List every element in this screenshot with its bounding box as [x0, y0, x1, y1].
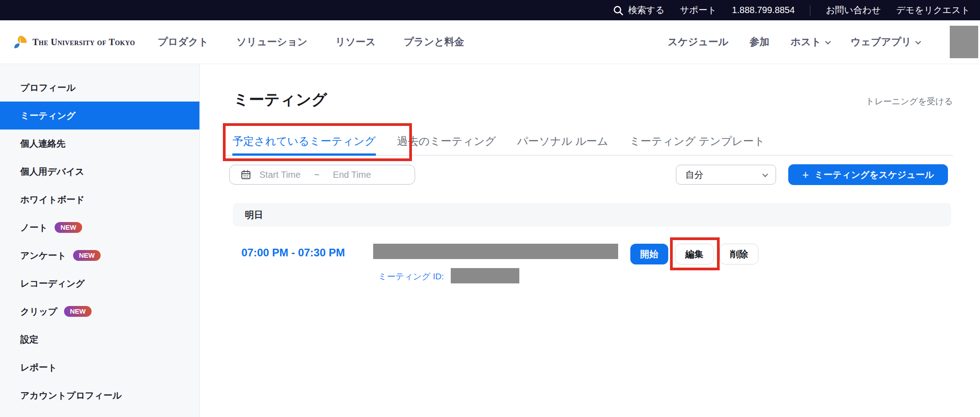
- university-logo[interactable]: The University of Tokyo: [13, 35, 135, 49]
- main-content: ミーティング トレーニングを受ける 予定されているミーティング 過去のミーティン…: [200, 64, 980, 417]
- sidebar-item-meetings[interactable]: ミーティング: [0, 102, 199, 130]
- delete-meeting-button[interactable]: 削除: [720, 244, 758, 264]
- sidebar-item-notes[interactable]: ノート NEW: [0, 213, 199, 241]
- request-demo-link[interactable]: デモをリクエスト: [896, 4, 970, 16]
- nav-solutions[interactable]: ソリューション: [236, 35, 307, 49]
- sidebar-item-clips[interactable]: クリップ NEW: [0, 297, 199, 325]
- tab-meeting-templates[interactable]: ミーティング テンプレート: [629, 134, 765, 156]
- meeting-time-range: 07:00 PM - 07:30 PM: [241, 246, 345, 259]
- start-meeting-button[interactable]: 開始: [630, 244, 668, 264]
- navbar: The University of Tokyo プロダクト ソリューション リソ…: [0, 20, 980, 64]
- primary-nav: プロダクト ソリューション リソース プランと料金: [158, 35, 464, 49]
- sidebar-item-personal-contacts[interactable]: 個人連絡先: [0, 130, 199, 158]
- sidebar-item-account-profile[interactable]: アカウントプロフィール: [0, 381, 199, 409]
- range-separator: ~: [314, 170, 319, 180]
- new-badge: NEW: [64, 306, 92, 317]
- nav-host-menu[interactable]: ホスト: [790, 35, 829, 49]
- ginkgo-leaf-icon: [13, 35, 28, 49]
- secondary-nav: スケジュール 参加 ホスト ウェブアプリ: [668, 26, 980, 58]
- calendar-icon: [240, 169, 251, 180]
- meetings-tabs: 予定されているミーティング 過去のミーティング パーソナル ルーム ミーティング…: [232, 134, 765, 156]
- topbar-divider: [810, 5, 810, 16]
- sidebar-item-settings[interactable]: 設定: [0, 325, 199, 353]
- tab-upcoming-meetings[interactable]: 予定されているミーティング: [232, 134, 376, 156]
- new-badge: NEW: [55, 222, 82, 233]
- nav-products[interactable]: プロダクト: [158, 35, 209, 49]
- host-filter-select[interactable]: 自分: [676, 165, 776, 185]
- chevron-down-icon: [763, 171, 768, 177]
- get-training-link[interactable]: トレーニングを受ける: [865, 96, 953, 107]
- sidebar-item-profile[interactable]: プロフィール: [0, 74, 199, 102]
- date-range-input[interactable]: Start Time ~ End Time: [229, 165, 415, 185]
- sidebar: プロフィール ミーティング 個人連絡先 個人用デバイス ホワイトボード ノート …: [0, 64, 200, 417]
- phone-number[interactable]: 1.888.799.8854: [732, 5, 795, 15]
- zoom-web-portal: 検索する サポート 1.888.799.8854 お問い合わせ デモをリクエスト…: [0, 0, 980, 417]
- redacted-meeting-topic[interactable]: [373, 244, 618, 259]
- logo-text: The University of Tokyo: [32, 37, 135, 47]
- sidebar-item-surveys[interactable]: アンケート NEW: [0, 241, 199, 269]
- nav-plans-pricing[interactable]: プランと料金: [404, 35, 464, 49]
- search-label: 検索する: [628, 4, 665, 16]
- sidebar-item-recordings[interactable]: レコーディング: [0, 269, 199, 297]
- avatar[interactable]: [950, 26, 978, 58]
- sidebar-item-personal-devices[interactable]: 個人用デバイス: [0, 158, 199, 185]
- chevron-down-icon: [825, 38, 831, 44]
- tab-previous-meetings[interactable]: 過去のミーティング: [397, 134, 496, 156]
- search-button[interactable]: 検索する: [613, 4, 665, 16]
- nav-webapp-menu[interactable]: ウェブアプリ: [851, 35, 920, 49]
- meeting-id-label: ミーティング ID:: [378, 271, 444, 283]
- sidebar-item-reports[interactable]: レポート: [0, 353, 199, 381]
- chevron-down-icon: [915, 38, 921, 44]
- page-title: ミーティング: [233, 90, 327, 108]
- schedule-meeting-label: ミーティングをスケジュール: [814, 169, 934, 181]
- plus-icon: +: [802, 169, 809, 181]
- nav-schedule[interactable]: スケジュール: [668, 35, 729, 49]
- host-filter-value: 自分: [685, 169, 703, 181]
- support-link[interactable]: サポート: [680, 4, 717, 16]
- end-time-placeholder: End Time: [333, 170, 371, 180]
- topbar: 検索する サポート 1.888.799.8854 お問い合わせ デモをリクエスト: [0, 0, 980, 20]
- schedule-meeting-button[interactable]: + ミーティングをスケジュール: [788, 164, 948, 185]
- contact-link[interactable]: お問い合わせ: [826, 4, 881, 16]
- search-icon: [613, 5, 624, 16]
- nav-resources[interactable]: リソース: [335, 35, 376, 49]
- nav-join[interactable]: 参加: [749, 35, 769, 49]
- sidebar-item-whiteboard[interactable]: ホワイトボード: [0, 185, 199, 213]
- start-time-placeholder: Start Time: [259, 170, 300, 180]
- redacted-meeting-id: [451, 268, 519, 283]
- section-header-tomorrow: 明日: [233, 203, 951, 227]
- new-badge: NEW: [73, 250, 101, 261]
- edit-meeting-button[interactable]: 編集: [675, 244, 714, 264]
- tab-personal-room[interactable]: パーソナル ルーム: [517, 134, 608, 156]
